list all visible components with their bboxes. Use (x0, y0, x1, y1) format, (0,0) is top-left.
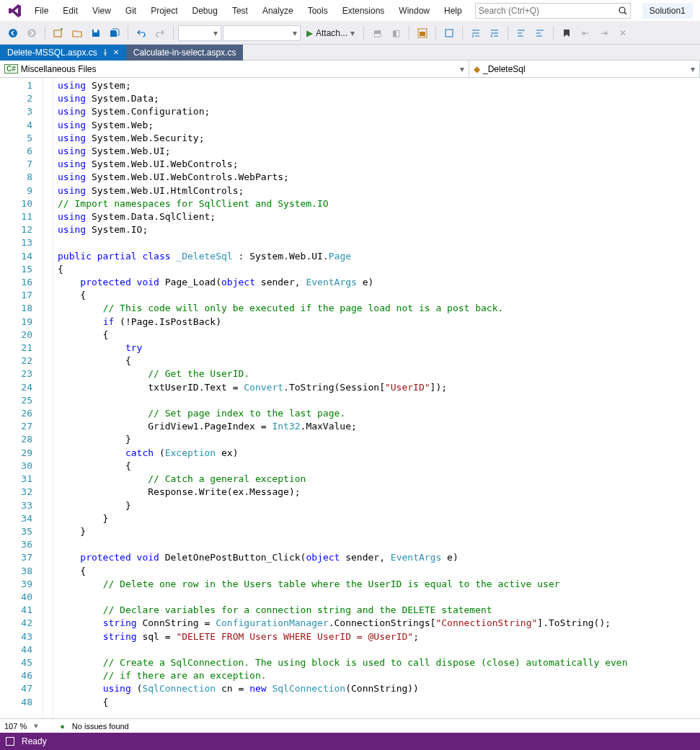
menu-item-tools[interactable]: Tools (301, 3, 335, 19)
code-line[interactable] (58, 643, 700, 656)
nav-project-combo[interactable]: C# Miscellaneous Files ▾ (0, 61, 469, 77)
code-line[interactable]: } (58, 499, 700, 512)
next-bookmark-icon[interactable]: ⇥ (595, 24, 613, 42)
prev-bookmark-icon[interactable]: ⇤ (577, 24, 594, 42)
menu-item-file[interactable]: File (27, 3, 56, 19)
tb-icon[interactable]: ◧ (387, 24, 404, 42)
output-window-icon[interactable] (6, 737, 14, 746)
menu-item-extensions[interactable]: Extensions (335, 3, 392, 19)
menu-item-view[interactable]: View (85, 3, 118, 19)
code-line[interactable]: { (58, 460, 700, 473)
code-line[interactable]: catch (Exception ex) (58, 447, 700, 460)
code-area[interactable]: using System;using System.Data;using Sys… (53, 78, 700, 718)
forward-button[interactable] (23, 24, 40, 42)
uncomment-icon[interactable] (531, 24, 549, 42)
outdent-icon[interactable] (486, 24, 503, 42)
code-line[interactable]: // Set page index to the last page. (58, 407, 700, 420)
tab[interactable]: Delete-MSSQL.aspx.cs✕ (0, 45, 126, 61)
menu-item-test[interactable]: Test (225, 3, 255, 19)
code-line[interactable]: using System.Web.Security; (58, 132, 700, 145)
undo-button[interactable] (133, 24, 150, 42)
code-line[interactable]: string sql = "DELETE FROM Users WHERE Us… (58, 630, 700, 643)
code-line[interactable]: GridView1.PageIndex = Int32.MaxValue; (58, 420, 700, 433)
search-box[interactable] (475, 3, 631, 19)
solution-label[interactable]: Solution1 (642, 3, 693, 19)
menu-item-debug[interactable]: Debug (185, 3, 225, 19)
new-project-button[interactable] (50, 24, 67, 42)
code-line[interactable] (58, 591, 700, 604)
code-line[interactable]: using System.IO; (58, 223, 700, 236)
menu-item-project[interactable]: Project (143, 3, 185, 19)
menu-item-edit[interactable]: Edit (56, 3, 85, 19)
code-line[interactable]: protected void Page_Load(object sender, … (58, 276, 700, 289)
code-line[interactable]: public partial class _DeleteSql : System… (58, 250, 700, 263)
code-line[interactable]: using System.Web; (58, 119, 700, 132)
code-line[interactable]: using System.Data.SqlClient; (58, 210, 700, 223)
attach-button[interactable]: ▶ Attach... ▾ (302, 24, 359, 42)
tb-icon[interactable] (440, 24, 458, 42)
code-line[interactable]: // Catch a general exception (58, 473, 700, 486)
back-button[interactable] (4, 24, 22, 42)
code-line[interactable]: using (SqlConnection cn = new SqlConnect… (58, 682, 700, 695)
redo-button[interactable] (151, 24, 169, 42)
menu-item-git[interactable]: Git (118, 3, 143, 19)
code-line[interactable]: try (58, 341, 700, 354)
code-line[interactable]: // if there are an exception. (58, 669, 700, 682)
tb-icon[interactable] (414, 24, 431, 42)
zoom-level[interactable]: 107 % (4, 722, 27, 731)
clear-bookmark-icon[interactable]: ✕ (614, 24, 632, 42)
close-icon[interactable]: ✕ (113, 48, 119, 56)
line-number: 24 (1, 381, 32, 394)
menu-item-analyze[interactable]: Analyze (255, 3, 301, 19)
code-line[interactable]: { (58, 263, 700, 276)
code-line[interactable]: using System.Web.UI.HtmlControls; (58, 184, 700, 197)
code-line[interactable] (58, 236, 700, 249)
code-line[interactable]: // Import namespaces for SqlClient and S… (58, 197, 700, 210)
bookmark-icon[interactable] (558, 24, 575, 42)
code-line[interactable]: using System.Configuration; (58, 105, 700, 118)
code-line[interactable]: string ConnString = ConfigurationManager… (58, 617, 700, 630)
menu-item-help[interactable]: Help (437, 3, 469, 19)
code-line[interactable]: txtUserID.Text = Convert.ToString(Sessio… (58, 381, 700, 394)
code-line[interactable]: protected void DeletOnePostButton_Click(… (58, 551, 700, 564)
tb-icon[interactable]: ⬒ (368, 24, 386, 42)
chevron-down-icon[interactable]: ▾ (34, 721, 38, 731)
indent-icon[interactable] (467, 24, 484, 42)
code-line[interactable]: using System.Web.UI; (58, 145, 700, 158)
code-line[interactable]: { (58, 329, 700, 341)
search-input[interactable] (479, 6, 616, 16)
open-button[interactable] (68, 24, 86, 42)
code-line[interactable]: using System.Web.UI.WebControls; (58, 158, 700, 171)
solution-platform-combo[interactable]: ▾ (223, 25, 301, 41)
code-line[interactable]: { (58, 565, 700, 578)
code-line[interactable]: using System.Data; (58, 92, 700, 105)
code-line[interactable]: // Delete one row in the Users table whe… (58, 578, 700, 591)
code-editor[interactable]: 1234567891011121314151617181920212223242… (0, 78, 700, 718)
tab[interactable]: Calculate-in-select.aspx.cs (126, 45, 244, 61)
code-line[interactable]: } (58, 512, 700, 525)
solution-config-combo[interactable]: ▾ (178, 25, 221, 41)
save-all-button[interactable] (106, 24, 123, 42)
code-line[interactable]: // Create a SqlConnection. The using blo… (58, 656, 700, 669)
menu-item-window[interactable]: Window (391, 3, 437, 19)
code-line[interactable] (58, 538, 700, 551)
code-line[interactable]: // Get the UserID. (58, 367, 700, 380)
line-number: 37 (1, 551, 32, 564)
code-line[interactable]: { (58, 354, 700, 367)
code-line[interactable]: } (58, 525, 700, 538)
code-line[interactable]: { (58, 696, 700, 709)
code-line[interactable]: Response.Write(ex.Message); (58, 486, 700, 499)
pin-icon[interactable] (102, 49, 109, 56)
code-line[interactable]: using System.Web.UI.WebControls.WebParts… (58, 171, 700, 184)
code-line[interactable]: } (58, 433, 700, 446)
comment-icon[interactable] (513, 24, 530, 42)
code-line[interactable]: // This code will only be executed if th… (58, 302, 700, 315)
code-line[interactable]: using System; (58, 79, 700, 92)
line-number: 25 (1, 394, 32, 407)
code-line[interactable]: // Declare variables for a connection st… (58, 604, 700, 617)
nav-class-combo[interactable]: ◆ _DeleteSql ▾ (469, 61, 700, 77)
save-button[interactable] (87, 24, 105, 42)
code-line[interactable]: if (!Page.IsPostBack) (58, 316, 700, 329)
code-line[interactable]: { (58, 289, 700, 302)
code-line[interactable] (58, 394, 700, 407)
